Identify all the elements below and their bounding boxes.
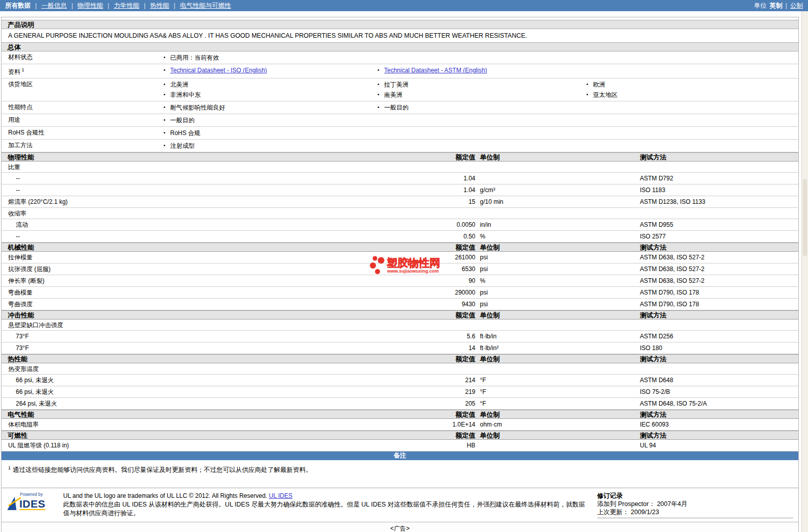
property-value: 6530: [412, 263, 475, 275]
section-title: 物理性能: [2, 153, 412, 161]
nav-item-0[interactable]: 所有数据: [5, 2, 31, 10]
nav-item-1[interactable]: 一般信息: [41, 2, 67, 10]
nav-item-4[interactable]: 热性能: [150, 2, 170, 10]
value-text: RoHS 合规: [170, 129, 200, 137]
ul-ides-link[interactable]: UL IDES: [269, 492, 292, 499]
bullet-line: •欧洲: [586, 79, 798, 90]
nav-item-2[interactable]: 物理性能: [77, 2, 103, 10]
property-tables: 物理性能额定值单位制测试方法比重--1.04ASTM D792--1.04g/c…: [2, 152, 798, 451]
test-method: IEC 60093: [633, 419, 798, 430]
property-unit: psi: [475, 263, 633, 275]
nav-item-3[interactable]: 力学性能: [114, 2, 139, 10]
property-row: --0.50%ISO 2577: [2, 231, 798, 243]
unit-switcher: 单位 英制 | 公制: [754, 2, 803, 10]
property-row: 收缩率: [2, 208, 798, 219]
property-name: 流动: [2, 219, 412, 230]
property-name: UL 阻燃等级 (0.118 in): [2, 440, 412, 451]
bullet-line: •北美洲: [164, 79, 372, 90]
test-method: ISO 180: [633, 342, 798, 354]
general-row: 性能特点•耐气候影响性能良好•一般目的: [2, 101, 798, 114]
value-column: [581, 128, 798, 138]
property-label: 资料 1: [2, 65, 158, 77]
property-name: 体积电阻率: [2, 419, 412, 430]
nav-item-5[interactable]: 电气性能与可燃性: [180, 2, 231, 10]
test-method: ASTM D638, ISO 527-2: [633, 263, 798, 275]
value-column: •已商用：当前有效: [158, 52, 372, 63]
section-title: 电气性能: [2, 411, 412, 418]
property-unit: [475, 173, 633, 184]
nav-separator: |: [174, 2, 175, 9]
property-unit: [475, 162, 633, 173]
value-column: [581, 65, 798, 77]
bullet-icon: •: [164, 79, 170, 89]
property-name: 比重: [2, 162, 412, 173]
unit-metric-link[interactable]: 公制: [790, 2, 803, 10]
value-text: 亚太地区: [593, 91, 617, 98]
scrollbar-track[interactable]: [801, 11, 808, 532]
column-header-unit: 单位制: [475, 244, 633, 251]
nav-links: 所有数据|一般信息|物理性能|力学性能|热性能|电气性能与可燃性: [5, 2, 231, 10]
property-unit: ft·lb/in: [475, 331, 633, 342]
property-label: 用途: [2, 115, 158, 125]
property-row: 拉伸模量261000psiASTM D638, ISO 527-2: [2, 252, 798, 263]
property-value: HB: [412, 440, 475, 451]
bullet-icon: •: [586, 79, 593, 89]
property-row: 悬壁梁缺口冲击强度: [2, 320, 798, 331]
value-text: 耐气候影响性能良好: [170, 104, 225, 111]
bullet-line: •注射成型: [164, 141, 372, 151]
bullet-icon: •: [378, 90, 384, 99]
bullet-icon: •: [586, 90, 593, 99]
property-name: 弯曲模量: [2, 287, 412, 298]
property-unit: g/10 min: [475, 196, 633, 207]
property-row: 热变形温度: [2, 363, 798, 375]
general-row: 用途•一般目的: [2, 114, 798, 127]
bullet-line: •一般目的: [164, 115, 372, 125]
bullet-line: •亚太地区: [586, 90, 798, 100]
value-column: •RoHS 合规: [158, 128, 372, 138]
ides-wordmark: IDES: [19, 499, 45, 510]
column-header-method: 测试方法: [633, 311, 798, 319]
property-unit: %: [475, 275, 633, 286]
test-method: [633, 162, 798, 173]
test-method: ISO 1183: [633, 184, 798, 196]
scrollbar-thumb[interactable]: [803, 179, 807, 256]
property-name: 264 psi, 未退火: [2, 398, 412, 409]
bullet-line: •非洲和中东: [164, 90, 372, 100]
datasheet-link[interactable]: Technical Datasheet - ISO (English): [170, 67, 267, 74]
column-header-value: 额定值: [412, 311, 475, 319]
property-row: 比重: [2, 162, 798, 173]
property-label: 材料状态: [2, 52, 158, 63]
property-row: 流动0.0050in/inASTM D955: [2, 219, 798, 231]
column-header-unit: 单位制: [475, 153, 633, 161]
bullet-icon: •: [164, 52, 170, 62]
section-header: 可燃性额定值单位制测试方法: [2, 431, 798, 440]
property-value: 261000: [412, 252, 475, 263]
bullet-line: •已商用：当前有效: [164, 52, 372, 63]
bullet-icon: •: [378, 79, 384, 89]
nav-separator: |: [35, 2, 37, 9]
value-column: [581, 102, 798, 113]
general-row: 供货地区•北美洲•非洲和中东•拉丁美洲•南美洲•欧洲•亚太地区: [2, 78, 798, 101]
property-unit: [475, 440, 633, 451]
property-value: 5.6: [412, 331, 475, 342]
property-value: 0.50: [412, 231, 475, 242]
property-name: --: [2, 231, 412, 242]
value-text: 一般目的: [384, 104, 409, 111]
bullet-line: •南美洲: [378, 90, 581, 100]
footnote: 1通过这些链接您能够访问供应商资料。我们尽量保证及时更新资料；不过您可以从供应商…: [2, 460, 798, 488]
section-header: 冲击性能额定值单位制测试方法: [2, 310, 798, 320]
bullet-icon: •: [164, 128, 170, 138]
value-column: •一般目的: [372, 102, 581, 113]
column-header-method: 测试方法: [633, 432, 798, 439]
value-column: •北美洲•非洲和中东: [158, 79, 372, 100]
property-name: 66 psi, 未退火: [2, 386, 412, 397]
revision-row: 上次更新： 2009/1/23: [597, 508, 793, 516]
test-method: ASTM D648, ISO 75-2/A: [633, 398, 798, 409]
section-title: 热性能: [2, 355, 412, 363]
datasheet-link[interactable]: Technical Datasheet - ASTM (English): [384, 67, 487, 74]
revision-label: 上次更新：: [597, 509, 631, 516]
bullet-line: •Technical Datasheet - ASTM (English): [378, 65, 581, 75]
general-row: 材料状态•已商用：当前有效: [2, 51, 798, 64]
property-row: 73°F14ft·lb/in²ISO 180: [2, 342, 798, 354]
property-name: 熔流率 (220°C/2.1 kg): [2, 196, 412, 207]
